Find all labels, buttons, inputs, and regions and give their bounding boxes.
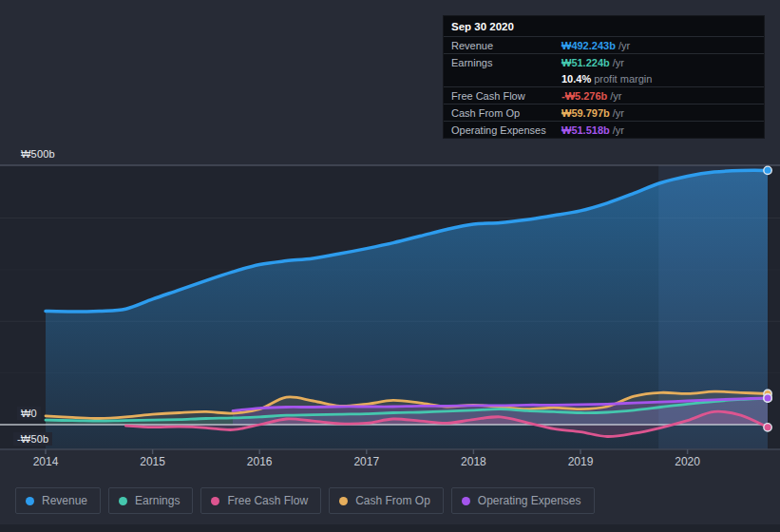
legend-item-cash-from-op[interactable]: Cash From Op [329,487,444,514]
endpoint-marker-free-cash-flow[interactable] [764,424,771,431]
recent-period-highlight-band [658,165,768,449]
legend-item-label: Revenue [42,495,87,507]
tooltip-row-value: ₩51.224b [561,57,610,68]
x-axis-label-2016: 2016 [247,455,273,468]
x-axis-label-2020: 2020 [675,455,700,468]
x-axis-label-2014: 2014 [33,455,59,468]
endpoint-marker-revenue[interactable] [764,166,771,174]
y-axis-label-500b: ₩500b [17,147,59,161]
legend-item-operating-expenses[interactable]: Operating Expenses [451,487,595,514]
tooltip-row-suffix: /yr [618,40,630,51]
tooltip-row-label: Earnings [451,57,561,68]
legend-item-label: Earnings [135,495,180,507]
x-axis-label-2017: 2017 [353,455,379,468]
tooltip-row-label: Cash From Op [451,107,561,119]
legend-item-label: Cash From Op [355,495,430,507]
legend-item-free-cash-flow[interactable]: Free Cash Flow [200,487,321,514]
legend-item-earnings[interactable]: Earnings [108,487,193,514]
tooltip-row-label: Free Cash Flow [451,90,561,102]
tooltip-row-suffix: profit margin [594,73,652,85]
legend-item-revenue[interactable]: Revenue [15,487,101,514]
tooltip-row-label: Revenue [451,40,561,51]
x-axis-label-2019: 2019 [568,455,594,468]
tooltip-row-value: ₩51.518b [561,124,610,136]
series-legend: RevenueEarningsFree Cash FlowCash From O… [15,487,595,514]
tooltip-row-suffix: /yr [613,107,624,119]
tooltip-row-profit-margin: 10.4%profit margin [444,70,764,87]
tooltip-row-label: Operating Expenses [451,124,561,136]
tooltip-row-suffix: /yr [610,90,621,102]
tooltip-row-value: 10.4% [561,73,591,85]
y-axis-label-neg50b: -₩50b [13,432,52,446]
earnings-revenue-history-panel: ₩500b ₩0 -₩50b 2014201520162017201820192… [0,0,780,532]
tooltip-row-earnings: Earnings₩51.224b/yr [444,54,764,70]
tooltip-row-value: ₩59.797b [561,107,610,119]
tooltip-row-value: ₩492.243b [561,40,616,51]
tooltip-row-value: -₩5.276b [561,90,607,102]
legend-dot-icon [462,497,470,505]
tooltip-row-suffix: /yr [613,124,624,136]
tooltip-date: Sep 30 2020 [444,16,764,37]
data-tooltip: Sep 30 2020 Revenue₩492.243b/yrEarnings₩… [443,15,765,139]
tooltip-row-free-cash-flow: Free Cash Flow-₩5.276b/yr [444,87,764,104]
y-axis-label-zero: ₩0 [17,407,41,420]
endpoint-marker-operating-expenses[interactable] [764,394,771,402]
legend-item-label: Free Cash Flow [227,495,308,507]
tooltip-row-cash-from-op: Cash From Op₩59.797b/yr [444,104,764,122]
legend-dot-icon [339,497,348,505]
x-axis-label-2015: 2015 [140,455,165,468]
legend-dot-icon [119,497,127,505]
x-axis-label-2018: 2018 [461,455,486,468]
legend-item-label: Operating Expenses [478,495,581,507]
legend-dot-icon [26,497,34,505]
bottom-divider [0,524,780,532]
tooltip-row-suffix: /yr [613,57,624,68]
tooltip-row-revenue: Revenue₩492.243b/yr [444,37,764,54]
tooltip-row-operating-expenses: Operating Expenses₩51.518b/yr [444,122,764,138]
legend-dot-icon [211,497,219,505]
